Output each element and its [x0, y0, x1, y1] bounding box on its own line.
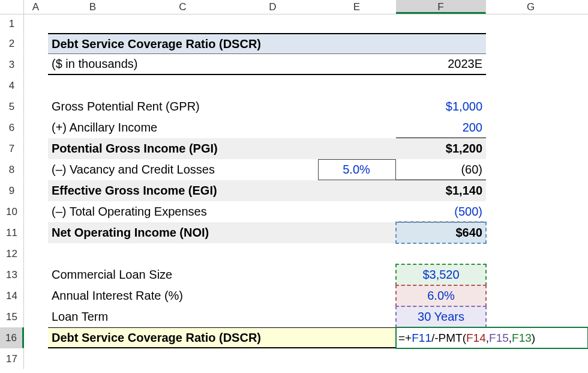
- row-10: 10 (–) Total Operating Expenses (500): [0, 201, 588, 222]
- formula-ref-F14: F14: [466, 332, 486, 345]
- row-header-6[interactable]: 6: [0, 117, 24, 138]
- formula-suffix: ): [532, 332, 535, 345]
- cell-A3[interactable]: [24, 54, 48, 75]
- gpr-label[interactable]: Gross Potential Rent (GPR): [48, 96, 396, 117]
- cell-A11[interactable]: [24, 222, 48, 243]
- cell-A2[interactable]: [24, 33, 48, 54]
- formula-mid: /-PMT(: [431, 332, 466, 345]
- cell-A7[interactable]: [24, 138, 48, 159]
- row-8: 8 (–) Vacancy and Credit Losses 5.0% (60…: [0, 159, 588, 180]
- interest-rate-label[interactable]: Annual Interest Rate (%): [48, 285, 396, 306]
- row-4: 4: [0, 75, 588, 96]
- cell-A6[interactable]: [24, 117, 48, 138]
- formula-ref-F15: F15: [489, 332, 509, 345]
- col-header-C[interactable]: C: [138, 0, 228, 14]
- loan-size-value[interactable]: $3,520: [396, 264, 486, 285]
- col-header-B[interactable]: B: [48, 0, 138, 14]
- row-15: 15 Loan Term 30 Years: [0, 306, 588, 327]
- cell-A8[interactable]: [24, 159, 48, 180]
- pgi-value[interactable]: $1,200: [396, 138, 486, 159]
- opex-label[interactable]: (–) Total Operating Expenses: [48, 201, 396, 222]
- cell-A1[interactable]: [24, 14, 48, 33]
- row-5: 5 Gross Potential Rent (GPR) $1,000: [0, 96, 588, 117]
- row-header-9[interactable]: 9: [0, 180, 24, 201]
- noi-label[interactable]: Net Operating Income (NOI): [48, 222, 396, 243]
- formula-ref-F13: F13: [512, 332, 532, 345]
- row-header-1[interactable]: 1: [0, 14, 24, 33]
- row-header-11[interactable]: 11: [0, 222, 24, 243]
- row-13: 13 Commercial Loan Size $3,520: [0, 264, 588, 285]
- loan-term-label[interactable]: Loan Term: [48, 306, 396, 327]
- spreadsheet: A B C D E F G 1 2 Debt Service Coverage …: [0, 0, 588, 373]
- row-header-10[interactable]: 10: [0, 201, 24, 222]
- row-3: 3 ($ in thousands) 2023E: [0, 54, 588, 75]
- egi-label[interactable]: Effective Gross Income (EGI): [48, 180, 396, 201]
- cell-A14[interactable]: [24, 285, 48, 306]
- cell-A4[interactable]: [24, 75, 48, 96]
- opex-value[interactable]: (500): [396, 201, 486, 222]
- col-header-G[interactable]: G: [486, 0, 576, 14]
- row-11: 11 Net Operating Income (NOI) $640: [0, 222, 588, 243]
- select-all-corner[interactable]: [0, 0, 24, 14]
- cell-A9[interactable]: [24, 180, 48, 201]
- vacancy-label[interactable]: (–) Vacancy and Credit Losses: [48, 159, 318, 180]
- subheader-label[interactable]: ($ in thousands): [48, 54, 396, 75]
- row-7: 7 Potential Gross Income (PGI) $1,200: [0, 138, 588, 159]
- row-17: 17: [0, 348, 588, 369]
- row-header-2[interactable]: 2: [0, 33, 24, 54]
- loan-term-value[interactable]: 30 Years: [396, 306, 486, 327]
- interest-rate-value[interactable]: 6.0%: [396, 285, 486, 306]
- row-12: 12: [0, 243, 588, 264]
- gpr-value[interactable]: $1,000: [396, 96, 486, 117]
- row-header-13[interactable]: 13: [0, 264, 24, 285]
- egi-value[interactable]: $1,140: [396, 180, 486, 201]
- noi-value[interactable]: $640: [396, 222, 486, 243]
- row-header-5[interactable]: 5: [0, 96, 24, 117]
- cell-A10[interactable]: [24, 201, 48, 222]
- row-header-15[interactable]: 15: [0, 306, 24, 327]
- dscr-label[interactable]: Debt Service Coverage Ratio (DSCR): [48, 327, 396, 348]
- row-2: 2 Debt Service Coverage Ratio (DSCR): [0, 33, 588, 54]
- col-header-D[interactable]: D: [228, 0, 318, 14]
- formula-prefix: =+: [398, 332, 412, 345]
- col-header-A[interactable]: A: [24, 0, 48, 14]
- dscr-formula-cell[interactable]: =+F11/-PMT(F14,F15,F13): [396, 327, 588, 348]
- cell-A5[interactable]: [24, 96, 48, 117]
- row-14: 14 Annual Interest Rate (%) 6.0%: [0, 285, 588, 306]
- cell-A15[interactable]: [24, 306, 48, 327]
- row-header-16[interactable]: 16: [0, 327, 24, 348]
- subheader-year[interactable]: 2023E: [396, 54, 486, 75]
- row-header-12[interactable]: 12: [0, 243, 24, 264]
- col-header-E[interactable]: E: [318, 0, 396, 14]
- title-cell[interactable]: Debt Service Coverage Ratio (DSCR): [48, 33, 486, 54]
- loan-size-label[interactable]: Commercial Loan Size: [48, 264, 396, 285]
- col-header-F[interactable]: F: [396, 0, 486, 14]
- row-header-8[interactable]: 8: [0, 159, 24, 180]
- cell-A17[interactable]: [24, 348, 48, 369]
- grid-rows: 1 2 Debt Service Coverage Ratio (DSCR) 3…: [0, 14, 588, 369]
- row-9: 9 Effective Gross Income (EGI) $1,140: [0, 180, 588, 201]
- row-header-7[interactable]: 7: [0, 138, 24, 159]
- formula-ref-F11: F11: [412, 332, 431, 345]
- row-header-4[interactable]: 4: [0, 75, 24, 96]
- row-6: 6 (+) Ancillary Income 200: [0, 117, 588, 138]
- pgi-label[interactable]: Potential Gross Income (PGI): [48, 138, 396, 159]
- row-header-3[interactable]: 3: [0, 54, 24, 75]
- column-headers: A B C D E F G: [0, 0, 588, 14]
- cell-A16[interactable]: [24, 327, 48, 348]
- row-1: 1: [0, 14, 588, 33]
- cell-A13[interactable]: [24, 264, 48, 285]
- vacancy-pct[interactable]: 5.0%: [318, 159, 396, 180]
- cell-B1[interactable]: [48, 14, 486, 33]
- cell-A12[interactable]: [24, 243, 48, 264]
- ancillary-label[interactable]: (+) Ancillary Income: [48, 117, 396, 138]
- ancillary-value[interactable]: 200: [396, 117, 486, 138]
- vacancy-value[interactable]: (60): [396, 159, 486, 180]
- row-header-14[interactable]: 14: [0, 285, 24, 306]
- row-header-17[interactable]: 17: [0, 348, 24, 369]
- row-16: 16 Debt Service Coverage Ratio (DSCR) =+…: [0, 327, 588, 348]
